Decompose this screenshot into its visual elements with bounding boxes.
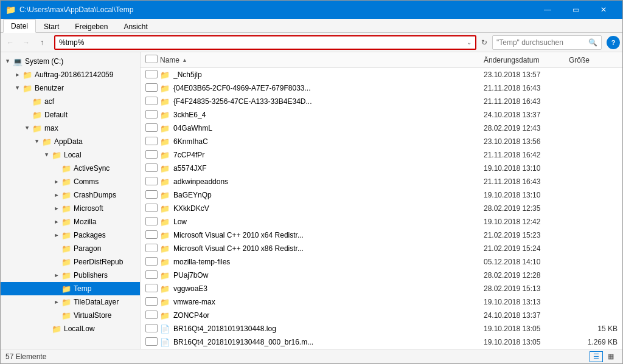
address-chevron-icon[interactable]: ⌄ <box>467 39 472 46</box>
folder-icon: 📁 <box>160 137 170 146</box>
file-row[interactable]: 📁 04GaWhmL 28.02.2019 12:43 <box>141 122 622 135</box>
row-check[interactable] <box>145 137 160 147</box>
sidebar-item-publishers[interactable]: ► 📁 Publishers <box>1 269 140 282</box>
file-date: 21.02.2019 15:24 <box>484 244 569 253</box>
check-all-checkbox[interactable] <box>145 55 158 63</box>
row-check[interactable] <box>145 337 160 348</box>
file-row[interactable]: 📁 BaGEYnQp 19.10.2018 13:10 <box>141 188 622 202</box>
folder-icon: 📁 <box>160 298 170 307</box>
sidebar-item-default[interactable]: ► 📁 Default <box>1 108 140 122</box>
back-button[interactable]: ← <box>3 35 18 50</box>
file-row[interactable]: 📁 {F4F24835-3256-47CE-A133-33B4E34D... 2… <box>141 95 622 108</box>
sidebar-item-mozilla[interactable]: ► 📁 Mozilla <box>1 215 140 228</box>
row-check[interactable] <box>145 257 160 267</box>
file-date: 21.11.2018 16:43 <box>484 84 569 92</box>
chevron-local-icon: ► <box>44 150 50 160</box>
row-check[interactable] <box>145 230 160 241</box>
folder-default-icon: 📁 <box>32 111 42 120</box>
row-check[interactable] <box>145 83 160 94</box>
sidebar-item-benutzer[interactable]: ► 📁 Benutzer <box>1 81 140 95</box>
sidebar-item-packages[interactable]: ► 📁 Packages <box>1 228 140 242</box>
sidebar-item-tiledatalayer[interactable]: ► 📁 TileDataLayer <box>1 295 140 309</box>
sidebar-item-activesync[interactable]: ► 📁 ActiveSync <box>1 162 140 175</box>
file-row[interactable]: 📁 ZONCP4or 24.10.2018 13:37 <box>141 309 622 322</box>
row-check[interactable] <box>145 163 160 174</box>
sidebar-item-auftrag[interactable]: ► 📁 Auftrag-2018612142059 <box>1 68 140 81</box>
file-row[interactable]: 📁 KXkkDKcV 28.02.2019 12:35 <box>141 202 622 215</box>
help-button[interactable]: ? <box>607 36 620 49</box>
sidebar-item-max[interactable]: ► 📁 max <box>1 122 140 135</box>
file-name: adkwinpeaddons <box>173 177 484 186</box>
file-row[interactable]: 📄 BR16Qt4_20181019130448_000_br16.m... 1… <box>141 335 622 349</box>
row-check[interactable] <box>145 204 160 214</box>
row-check[interactable] <box>145 324 160 334</box>
sidebar-label-mozilla: Mozilla <box>74 218 96 226</box>
file-row[interactable]: 📄 BR16Qt4_20181019130448.log 19.10.2018 … <box>141 322 622 335</box>
size-header-label: Größe <box>569 56 590 64</box>
close-button[interactable]: ✕ <box>590 1 618 19</box>
up-button[interactable]: ↑ <box>35 35 49 50</box>
sidebar-item-crashdumps[interactable]: ► 📁 CrashDumps <box>1 188 140 202</box>
row-check[interactable] <box>145 150 160 160</box>
sidebar-item-system-c[interactable]: ► 💻 System (C:) <box>1 55 140 68</box>
tab-datei[interactable]: Datei <box>3 19 36 33</box>
sidebar-item-paragon[interactable]: ► 📁 Paragon <box>1 242 140 255</box>
file-row[interactable]: 📁 Low 19.10.2018 12:42 <box>141 215 622 228</box>
file-date: 19.10.2018 13:05 <box>484 325 569 333</box>
maximize-button[interactable]: ▭ <box>562 1 590 19</box>
sidebar-item-local[interactable]: ► 📁 Local <box>1 148 140 162</box>
name-column-header[interactable]: Name ▲ <box>160 56 484 64</box>
row-check[interactable] <box>145 311 160 321</box>
folder-icon: 📁 <box>160 124 170 133</box>
row-check[interactable] <box>145 297 160 307</box>
file-date: 19.10.2018 13:13 <box>484 298 569 306</box>
sidebar-item-locallow[interactable]: ► 📁 LocalLow <box>1 322 140 335</box>
file-row[interactable]: 📁 mozilla-temp-files 05.12.2018 14:10 <box>141 255 622 269</box>
row-check[interactable] <box>145 244 160 254</box>
file-row[interactable]: 📁 a5574JXF 19.10.2018 13:10 <box>141 162 622 175</box>
date-column-header[interactable]: Änderungsdatum <box>484 56 569 64</box>
file-row[interactable]: 📁 {04E03B65-2CF0-4969-A7E7-679F8033... 2… <box>141 81 622 95</box>
row-check[interactable] <box>145 110 160 120</box>
row-check[interactable] <box>145 284 160 294</box>
file-row[interactable]: 📁 3ckhE6_4 24.10.2018 13:37 <box>141 108 622 122</box>
forward-button[interactable]: → <box>19 35 33 50</box>
minimize-button[interactable]: — <box>534 1 562 19</box>
chevron-comms-icon: ► <box>52 179 61 185</box>
sidebar-item-temp[interactable]: ► 📁 Temp <box>1 282 140 295</box>
row-check[interactable] <box>145 270 160 281</box>
sidebar-item-appdata[interactable]: ► 📁 AppData <box>1 135 140 148</box>
file-row[interactable]: 📁 PUaj7bOw 28.02.2019 12:28 <box>141 269 622 282</box>
file-row[interactable]: 📁 adkwinpeaddons 21.11.2018 16:43 <box>141 175 622 188</box>
sidebar-item-acf[interactable]: ► 📁 acf <box>1 95 140 108</box>
tab-ansicht[interactable]: Ansicht <box>116 20 155 33</box>
sidebar-item-microsoft[interactable]: ► 📁 Microsoft <box>1 202 140 215</box>
file-row[interactable]: 📁 _Nch5jlp 23.10.2018 13:57 <box>141 68 622 81</box>
row-check[interactable] <box>145 123 160 134</box>
file-row[interactable]: 📁 Microsoft Visual C++ 2010 x64 Redistr.… <box>141 228 622 242</box>
row-check[interactable] <box>145 190 160 201</box>
sidebar-item-virtualstore[interactable]: ► 📁 VirtualStore <box>1 309 140 322</box>
tab-start[interactable]: Start <box>36 20 67 33</box>
tab-freigeben[interactable]: Freigeben <box>67 20 116 33</box>
sidebar-item-peerdistrepub[interactable]: ► 📁 PeerDistRepub <box>1 255 140 269</box>
row-check[interactable] <box>145 97 160 107</box>
file-row[interactable]: 📁 vggwoaE3 28.02.2019 15:13 <box>141 282 622 295</box>
size-column-header[interactable]: Größe <box>569 56 618 64</box>
refresh-button[interactable]: ↻ <box>478 36 491 49</box>
sidebar-item-comms[interactable]: ► 📁 Comms <box>1 175 140 188</box>
file-row[interactable]: 📁 6KnmIhaC 23.10.2018 13:56 <box>141 135 622 148</box>
file-row[interactable]: 📁 vmware-max 19.10.2018 13:13 <box>141 295 622 309</box>
large-icons-view-button[interactable]: ▦ <box>604 351 618 362</box>
row-check[interactable] <box>145 217 160 227</box>
address-input[interactable] <box>59 38 464 47</box>
details-view-button[interactable]: ☰ <box>590 351 603 362</box>
file-size: 1.269 KB <box>569 338 618 346</box>
search-icon[interactable]: 🔍 <box>588 38 597 47</box>
row-check[interactable] <box>145 70 160 80</box>
search-input[interactable] <box>496 38 588 47</box>
chevron-publishers-icon: ► <box>52 272 61 278</box>
row-check[interactable] <box>145 177 160 187</box>
file-row[interactable]: 📁 Microsoft Visual C++ 2010 x86 Redistr.… <box>141 242 622 255</box>
file-row[interactable]: 📁 7cCP4fPr 21.11.2018 16:42 <box>141 148 622 162</box>
